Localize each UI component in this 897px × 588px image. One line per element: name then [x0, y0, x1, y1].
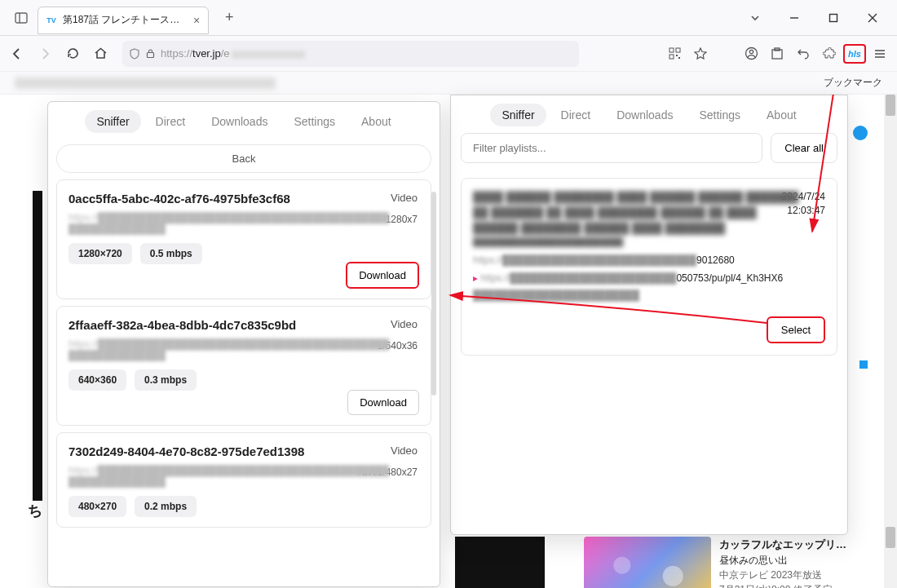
extension-panel-left: Sniffer Direct Downloads Settings About … [47, 101, 440, 587]
favicon-icon: TV [45, 14, 58, 27]
tab-direct[interactable]: Direct [144, 110, 197, 133]
tab-settings[interactable]: Settings [687, 104, 752, 126]
svg-rect-6 [676, 48, 680, 52]
video-sub3: 7月31日(水)8:00 終了予定 [719, 582, 846, 589]
chip-resolution: 480×270 [68, 496, 126, 517]
browser-toolbar: https://tver.jp/e hls [0, 36, 897, 72]
tab-sniffer[interactable]: Sniffer [85, 110, 140, 133]
svg-rect-0 [15, 13, 27, 23]
page-bg-tile [455, 537, 545, 588]
download-button[interactable]: Download [347, 390, 419, 415]
tab-downloads[interactable]: Downloads [605, 104, 684, 126]
item-url-blur: https://████████████████████████████████… [68, 212, 419, 235]
extensions-puzzle-icon[interactable] [817, 42, 842, 66]
playlist-entry: 2024/7/24 12:03:47 ████ ██████ ████████ … [461, 178, 837, 356]
tab-about[interactable]: About [755, 104, 808, 126]
svg-rect-4 [148, 53, 154, 58]
shield-icon [129, 48, 140, 60]
page-content: ち カッラフルなエッップリ… 昼休みの思い出 中京テレビ 2023年放送 7月3… [0, 95, 897, 588]
item-title: 0acc5ffa-5abc-402c-af76-4975bfe3cf68 [68, 192, 419, 206]
svg-point-11 [749, 50, 753, 53]
undo-icon[interactable] [791, 42, 815, 66]
chip-bitrate: 0.2 mbps [135, 496, 197, 517]
entry-title-blur: ████ ██████ ████████ ████ ██████ ██████ … [473, 190, 825, 247]
window-close-icon[interactable] [855, 5, 890, 31]
back-button[interactable]: Back [56, 144, 431, 173]
bookmarks-label[interactable]: ブックマーク [824, 76, 882, 90]
video-sub2: 中京テレビ 2023年放送 [719, 568, 846, 582]
account-icon[interactable] [739, 42, 763, 66]
svg-rect-5 [669, 48, 674, 52]
svg-rect-3 [830, 14, 837, 21]
item-type: Video [391, 318, 418, 330]
nav-back-icon[interactable] [5, 42, 29, 66]
clear-all-button[interactable]: Clear all [771, 133, 837, 163]
video-sub1: 昼休みの思い出 [719, 553, 846, 568]
extension-cw-icon[interactable] [765, 42, 789, 66]
window-maximize-icon[interactable] [815, 5, 851, 31]
tab-sniffer[interactable]: Sniffer [490, 104, 546, 126]
bookmarks-bar: ブックマーク [0, 72, 897, 95]
nav-reload-icon[interactable] [60, 42, 85, 66]
svg-rect-9 [678, 57, 680, 59]
video-item: 0acc5ffa-5abc-402c-af76-4975bfe3cf68 Vid… [56, 179, 431, 299]
tab-direct[interactable]: Direct [550, 104, 603, 126]
video-title: カッラフルなエッップリ… [719, 537, 846, 553]
chip-resolution: 1280×720 [68, 243, 132, 264]
item-type: Video [391, 444, 418, 457]
video-card[interactable]: カッラフルなエッップリ… 昼休みの思い出 中京テレビ 2023年放送 7月31日… [584, 537, 846, 588]
download-button[interactable]: Download [346, 262, 419, 289]
entry-urls: https://████████████████████████████9012… [473, 252, 825, 305]
bookmark-star-icon[interactable] [688, 42, 713, 66]
select-button[interactable]: Select [767, 316, 825, 343]
video-thumbnail [584, 537, 711, 588]
tab-close-icon[interactable]: × [193, 14, 200, 27]
tab-downloads[interactable]: Downloads [200, 110, 279, 133]
nav-forward-icon [33, 42, 57, 66]
svg-rect-7 [669, 55, 674, 59]
chip-resolution: 640×360 [68, 369, 126, 391]
sidebar-toggle-icon[interactable] [10, 7, 33, 29]
svg-rect-12 [772, 50, 782, 59]
page-scrollbar[interactable] [884, 95, 897, 588]
bookmark-blur [15, 77, 276, 89]
page-bg-text: ち [28, 501, 42, 520]
page-bg-strip [33, 191, 42, 501]
url-text: https://tver.jp/e [161, 47, 305, 60]
video-item: 2ffaaeff-382a-4bea-8dbb-4dc7c835c9bd Vid… [56, 306, 431, 426]
item-url-blur: https://████████████████████████████████… [68, 338, 419, 361]
tab-about[interactable]: About [350, 110, 403, 133]
nav-home-icon[interactable] [88, 42, 113, 66]
qr-icon[interactable] [662, 42, 687, 66]
item-title: 7302d249-8404-4e70-8c82-975de7ed1398 [68, 444, 419, 458]
new-tab-button[interactable]: + [219, 7, 240, 29]
browser-tab[interactable]: TV 第187話 フレンチトースト／お師匠 × [38, 7, 209, 34]
page-bg-bottom: カッラフルなエッップリ… 昼休みの思い出 中京テレビ 2023年放送 7月31日… [455, 537, 846, 588]
chip-bitrate: 0.3 mbps [135, 369, 197, 391]
extension-hls-button[interactable]: hls [843, 44, 866, 64]
lock-icon [145, 48, 156, 59]
extension-panel-right: Sniffer Direct Downloads Settings About … [450, 95, 848, 535]
list-scrollbar[interactable] [431, 192, 436, 396]
page-bg-circle [853, 126, 868, 140]
filter-playlists-input[interactable] [461, 133, 762, 163]
tab-settings[interactable]: Settings [282, 110, 347, 133]
page-bg-bluebox [859, 360, 868, 369]
app-menu-icon[interactable] [868, 42, 892, 66]
video-item-list: 0acc5ffa-5abc-402c-af76-4975bfe3cf68 Vid… [48, 179, 440, 528]
item-url-blur: https://████████████████████████████████… [68, 465, 419, 488]
window-titlebar: TV 第187話 フレンチトースト／お師匠 × + [0, 0, 897, 36]
window-minimize-icon[interactable] [776, 5, 812, 31]
chip-bitrate: 0.5 mbps [140, 243, 202, 264]
url-bar[interactable]: https://tver.jp/e [122, 41, 579, 67]
list-all-tabs-icon[interactable] [737, 5, 773, 31]
tab-title: 第187話 フレンチトースト／お師匠 [63, 13, 185, 27]
item-type: Video [391, 192, 418, 204]
svg-rect-8 [676, 55, 678, 56]
video-item: 7302d249-8404-4e70-8c82-975de7ed1398 Vid… [56, 432, 431, 528]
item-title: 2ffaaeff-382a-4bea-8dbb-4dc7c835c9bd [68, 318, 419, 332]
